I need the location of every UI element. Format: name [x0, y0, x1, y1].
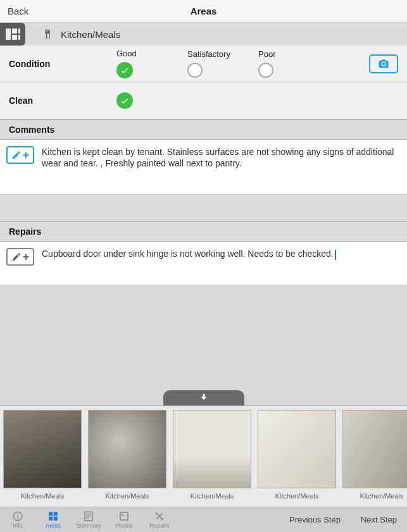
summary-icon	[83, 510, 94, 522]
svg-rect-12	[122, 514, 123, 516]
condition-label: Condition	[9, 59, 116, 69]
photo-thumbnail	[88, 410, 166, 488]
radio-empty-icon	[187, 63, 203, 78]
section-gap	[0, 195, 407, 221]
area-name: Kitchen/Meals	[61, 29, 120, 40]
photo-item[interactable]: Kitchen/Meals	[1, 410, 84, 507]
back-button[interactable]: Back	[8, 6, 28, 16]
tab-summary[interactable]: Summary	[71, 510, 106, 529]
camera-icon	[376, 58, 391, 70]
pencil-icon	[11, 150, 22, 160]
ratings-panel: Condition Good Satisfactory Poor Clean	[0, 46, 407, 120]
photo-item[interactable]: Kitchen/Meals	[341, 410, 407, 507]
tab-photos[interactable]: Photos	[106, 510, 142, 529]
photo-item[interactable]: Kitchen/Meals	[86, 410, 168, 507]
svg-point-14	[161, 518, 163, 520]
option-good[interactable]: Good	[116, 49, 187, 78]
option-poor[interactable]: Poor	[258, 49, 329, 78]
photo-tray[interactable]: Kitchen/Meals Kitchen/Meals Kitchen/Meal…	[0, 405, 407, 507]
photo-thumbnail	[258, 410, 336, 488]
option-satisfactory-label: Satisfactory	[187, 49, 230, 59]
next-step-button[interactable]: Next Step	[351, 515, 407, 524]
tab-areas[interactable]: Areas	[35, 510, 71, 529]
photos-icon	[118, 510, 130, 522]
repairs-icon	[154, 510, 165, 522]
repairs-header: Repairs	[0, 221, 407, 242]
bottom-bar: Info Areas Summary Photos Repairs Previo…	[0, 507, 407, 532]
option-good-label: Good	[116, 49, 137, 58]
photo-tray-handle[interactable]	[163, 390, 244, 405]
photo-item[interactable]: Kitchen/Meals	[171, 410, 253, 507]
camera-button[interactable]	[369, 54, 398, 73]
svg-point-13	[156, 512, 158, 514]
photo-caption: Kitchen/Meals	[190, 492, 234, 500]
option-poor-label: Poor	[258, 49, 275, 59]
svg-rect-1	[17, 516, 18, 519]
svg-point-2	[17, 513, 18, 514]
edit-repair-button[interactable]: +	[6, 248, 34, 266]
edit-comment-button[interactable]: +	[6, 146, 34, 164]
previous-step-button[interactable]: Previous Step	[279, 515, 351, 524]
photo-caption: Kitchen/Meals	[20, 492, 64, 500]
pencil-icon	[11, 252, 22, 262]
plus-icon: +	[23, 149, 30, 162]
comments-header: Comments	[0, 120, 407, 140]
checkmark-icon	[116, 92, 133, 109]
info-icon	[12, 510, 23, 522]
utensils-icon	[42, 28, 53, 40]
svg-rect-4	[54, 512, 58, 516]
svg-rect-11	[120, 512, 128, 520]
area-header: Kitchen/Meals	[0, 23, 407, 46]
svg-rect-6	[54, 517, 58, 521]
plus-icon: +	[23, 251, 30, 264]
view-grid-toggle[interactable]	[0, 23, 25, 46]
photo-thumbnail	[342, 410, 407, 488]
photo-caption: Kitchen/Meals	[360, 492, 403, 500]
grid-icon	[6, 28, 20, 40]
radio-empty-icon	[258, 63, 273, 78]
svg-rect-3	[49, 512, 53, 516]
clean-label: Clean	[9, 96, 116, 106]
photo-item[interactable]: Kitchen/Meals	[256, 410, 338, 507]
clean-row: Clean	[0, 82, 407, 119]
condition-row: Condition Good Satisfactory Poor	[0, 46, 407, 82]
photo-caption: Kitchen/Meals	[105, 492, 149, 500]
areas-icon	[47, 510, 59, 522]
arrow-down-icon	[198, 392, 210, 404]
option-satisfactory[interactable]: Satisfactory	[187, 49, 258, 78]
photo-thumbnail	[173, 410, 251, 488]
repairs-text[interactable]: Cupboard door under sink hinge is not wo…	[42, 248, 401, 259]
svg-rect-5	[49, 517, 53, 521]
nav-title: Areas	[0, 6, 407, 16]
nav-header: Back Areas	[0, 0, 407, 23]
comments-block: + Kitchen is kept clean by tenant. Stain…	[0, 140, 407, 195]
photo-caption: Kitchen/Meals	[275, 492, 318, 500]
repairs-block: + Cupboard door under sink hinge is not …	[0, 242, 407, 285]
text-cursor	[335, 250, 336, 260]
tab-info[interactable]: Info	[0, 510, 35, 529]
option-clean-good[interactable]	[116, 92, 187, 109]
tab-repairs[interactable]: Repairs	[142, 510, 177, 529]
photo-thumbnail	[3, 410, 82, 488]
checkmark-icon	[116, 62, 133, 78]
comments-text[interactable]: Kitchen is kept clean by tenant. Stainle…	[42, 146, 401, 169]
